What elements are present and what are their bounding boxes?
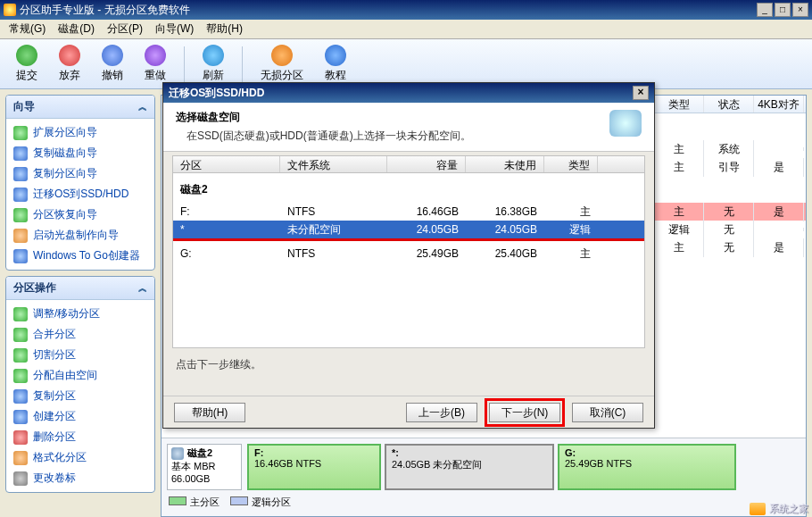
merge-icon xyxy=(13,328,28,342)
table-row[interactable]: 主无是 xyxy=(654,238,806,256)
col-capacity[interactable]: 容量 xyxy=(387,156,466,172)
sidebar: 向导 ︽ 扩展分区向导 复制磁盘向导 复制分区向导 迁移OS到SSD/HDD 分… xyxy=(0,89,161,517)
dialog-hint: 点击下一步继续。 xyxy=(172,348,645,381)
wizard-panel-header[interactable]: 向导 ︽ xyxy=(6,96,154,119)
menu-general[interactable]: 常规(G) xyxy=(4,20,51,38)
disk-info[interactable]: 磁盘2 基本 MBR 66.00GB xyxy=(167,444,242,490)
col-4kb[interactable]: 4KB对齐 xyxy=(754,96,804,113)
col-type[interactable]: 类型 xyxy=(654,96,704,113)
sidebar-item-label: 迁移OS到SSD/HDD xyxy=(33,187,128,202)
sidebar-item-merge[interactable]: 合并分区 xyxy=(8,324,153,345)
sidebar-item-split[interactable]: 切割分区 xyxy=(8,345,153,365)
table-row[interactable]: 主引导是 xyxy=(654,158,806,176)
discard-icon xyxy=(59,45,80,66)
cancel-button[interactable]: 取消(C) xyxy=(572,403,643,422)
dialog-close-button[interactable]: × xyxy=(633,86,649,100)
split-icon xyxy=(13,348,28,363)
sidebar-item-copy-disk[interactable]: 复制磁盘向导 xyxy=(8,143,153,163)
sidebar-item-label: 调整/移动分区 xyxy=(33,306,100,321)
dialog-buttons: 帮助(H) 上一步(B) 下一步(N) 取消(C) xyxy=(163,396,654,428)
tutorial-button[interactable]: 教程 xyxy=(316,43,355,85)
menu-partition[interactable]: 分区(P) xyxy=(102,20,148,38)
back-button[interactable]: 上一步(B) xyxy=(406,403,477,422)
minimize-button[interactable]: _ xyxy=(757,3,773,17)
allocate-icon xyxy=(13,369,28,383)
copy-icon xyxy=(13,389,28,404)
dialog-table-row[interactable]: G:NTFS25.49GB25.40GB主 xyxy=(173,245,644,263)
sidebar-item-migrate-os[interactable]: 迁移OS到SSD/HDD xyxy=(8,184,153,204)
sidebar-item-allocate[interactable]: 分配自由空间 xyxy=(8,365,153,386)
dialog-titlebar[interactable]: 迁移OS到SSD/HDD × xyxy=(163,83,654,103)
partition-copy-icon xyxy=(13,167,28,181)
help-button[interactable]: 帮助(H) xyxy=(174,403,245,422)
table-row[interactable]: 逻辑无 xyxy=(654,221,806,238)
logical-swatch xyxy=(230,496,248,505)
tutorial-label: 教程 xyxy=(325,68,346,83)
sidebar-item-delete[interactable]: 删除分区 xyxy=(8,427,153,447)
sidebar-item-label[interactable]: 更改卷标 xyxy=(8,468,153,488)
sidebar-item-label: Windows To Go创建器 xyxy=(33,248,140,263)
chevron-up-icon: ︽ xyxy=(138,282,147,295)
wizard-panel-title: 向导 xyxy=(13,99,35,114)
table-row[interactable]: 主无是 xyxy=(654,203,806,221)
partition-box[interactable]: F:16.46GB NTFS xyxy=(247,444,381,490)
lossless-button[interactable]: 无损分区 xyxy=(252,43,312,85)
legend-primary: 主分区 xyxy=(190,496,220,507)
menu-wizard[interactable]: 向导(W) xyxy=(150,20,199,38)
resize-icon xyxy=(13,307,28,321)
sidebar-item-label: 启动光盘制作向导 xyxy=(33,228,119,243)
window-titlebar: 分区助手专业版 - 无损分区免费软件 _ □ × xyxy=(0,0,812,20)
undo-label: 撤销 xyxy=(102,68,123,83)
col-partition[interactable]: 分区 xyxy=(173,156,280,172)
col-unused[interactable]: 未使用 xyxy=(466,156,544,172)
window-title: 分区助手专业版 - 无损分区免费软件 xyxy=(20,3,757,18)
sidebar-item-create[interactable]: 创建分区 xyxy=(8,406,153,427)
redo-label: 重做 xyxy=(145,68,166,83)
redo-button[interactable]: 重做 xyxy=(136,43,175,85)
undo-button[interactable]: 撤销 xyxy=(93,43,132,85)
disk-transfer-icon xyxy=(609,110,642,137)
operations-panel-title: 分区操作 xyxy=(13,280,56,296)
operations-panel-header[interactable]: 分区操作 ︽ xyxy=(6,277,154,300)
disk-copy-icon xyxy=(13,146,28,161)
sidebar-item-copy[interactable]: 复制分区 xyxy=(8,386,153,406)
partition-box[interactable]: *:24.05GB 未分配空间 xyxy=(385,444,554,490)
col-type[interactable]: 类型 xyxy=(544,156,598,172)
close-button[interactable]: × xyxy=(792,3,808,17)
menu-help[interactable]: 帮助(H) xyxy=(201,20,248,38)
col-filesystem[interactable]: 文件系统 xyxy=(280,156,387,172)
commit-button[interactable]: 提交 xyxy=(7,43,46,85)
discard-button[interactable]: 放弃 xyxy=(50,43,89,85)
commit-label: 提交 xyxy=(16,68,37,83)
partition-box[interactable]: G:25.49GB NTFS xyxy=(558,444,736,490)
lossless-icon xyxy=(271,45,293,66)
sidebar-item-label: 切割分区 xyxy=(33,347,76,363)
dialog-header: 选择磁盘空间 在SSD(固态硬盘)或HDD(普通硬盘)上选择一块未分配空间。 xyxy=(163,103,654,152)
toolbar-separator xyxy=(242,46,243,82)
table-row[interactable]: 主系统 xyxy=(654,140,806,158)
menu-disk[interactable]: 磁盘(D) xyxy=(53,20,100,38)
sidebar-item-copy-partition[interactable]: 复制分区向导 xyxy=(8,163,153,184)
sidebar-item-partition-recovery[interactable]: 分区恢复向导 xyxy=(8,204,153,225)
create-icon xyxy=(13,410,28,424)
delete-icon xyxy=(13,430,28,445)
label-icon xyxy=(13,471,28,486)
sidebar-item-windows-to-go[interactable]: Windows To Go创建器 xyxy=(8,246,153,266)
next-button[interactable]: 下一步(N) xyxy=(489,403,560,422)
sidebar-item-extend-partition[interactable]: 扩展分区向导 xyxy=(8,122,153,143)
dialog-table-body: 磁盘2 F:NTFS16.46GB16.38GB主*未分配空间24.05GB24… xyxy=(172,173,645,348)
migrate-os-icon xyxy=(13,188,28,202)
dialog-table-row[interactable]: *未分配空间24.05GB24.05GB逻辑 xyxy=(173,221,644,238)
sidebar-item-resize[interactable]: 调整/移动分区 xyxy=(8,304,153,324)
sidebar-item-boot-disc[interactable]: 启动光盘制作向导 xyxy=(8,225,153,246)
format-icon xyxy=(13,451,28,465)
col-status[interactable]: 状态 xyxy=(704,96,754,113)
maximize-button[interactable]: □ xyxy=(775,3,791,17)
recovery-icon xyxy=(13,208,28,222)
dialog-table-row[interactable]: F:NTFS16.46GB16.38GB主 xyxy=(173,203,644,221)
sidebar-item-format[interactable]: 格式化分区 xyxy=(8,447,153,468)
disk-title: 磁盘2 xyxy=(187,446,212,460)
refresh-button[interactable]: 刷新 xyxy=(194,43,233,85)
sidebar-item-label: 格式化分区 xyxy=(33,450,87,465)
redo-icon xyxy=(145,45,166,66)
